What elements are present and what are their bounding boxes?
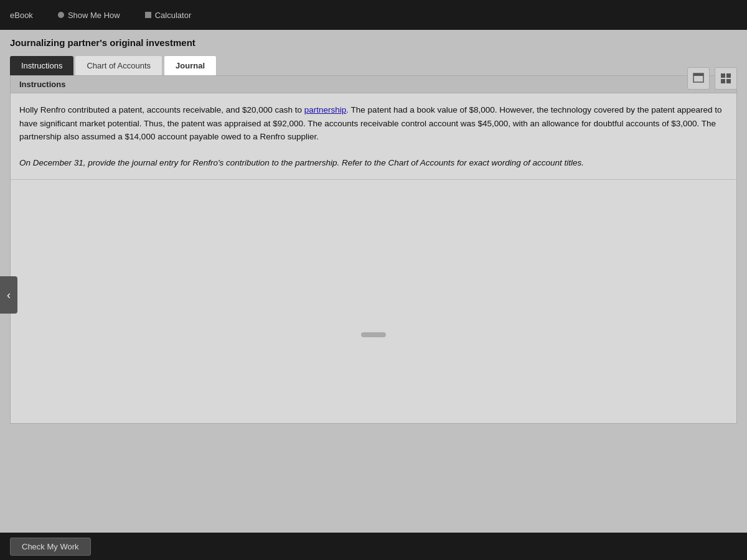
instructions-body: Holly Renfro contributed a patent, accou… (11, 93, 736, 179)
svg-rect-5 (726, 79, 731, 83)
tab-chart-of-accounts[interactable]: Chart of Accounts (75, 55, 162, 75)
show-me-how-label: Show Me How (68, 11, 120, 20)
instructions-paragraph-1: Holly Renfro contributed a patent, accou… (19, 103, 728, 144)
content-panel: Instructions Holly Renfro contributed a … (10, 75, 737, 424)
svg-rect-3 (726, 73, 731, 78)
tab-instructions[interactable]: Instructions (10, 56, 73, 75)
ebook-nav-item[interactable]: eBook (10, 11, 33, 20)
partnership-link[interactable]: partnership (304, 105, 347, 114)
svg-rect-4 (721, 79, 725, 83)
check-my-work-button[interactable]: Check My Work (10, 538, 91, 556)
svg-rect-1 (693, 73, 703, 76)
scroll-indicator (361, 332, 386, 337)
page-title: Journalizing partner's original investme… (10, 37, 737, 48)
calculator-label: Calculator (155, 11, 192, 20)
top-navigation: eBook Show Me How Calculator (0, 0, 747, 30)
bottom-bar: Check My Work (0, 533, 747, 560)
top-icons-group (687, 67, 737, 90)
instructions-header: Instructions (11, 76, 736, 93)
show-me-how-dot-icon (58, 12, 64, 18)
grid-icon-button[interactable] (715, 67, 737, 90)
calculator-square-icon (145, 12, 151, 18)
grid-icon (720, 72, 732, 85)
left-arrow-icon: ‹ (7, 289, 11, 302)
ebook-label: eBook (10, 11, 33, 20)
tab-bar: Instructions Chart of Accounts Journal (10, 55, 737, 75)
window-icon (692, 72, 705, 85)
calculator-nav-item[interactable]: Calculator (145, 11, 192, 20)
left-arrow-button[interactable]: ‹ (0, 276, 17, 314)
main-wrapper: Journalizing partner's original investme… (0, 30, 747, 560)
instructions-paragraph-2: On December 31, provide the journal entr… (19, 156, 728, 170)
show-me-how-nav-item[interactable]: Show Me How (58, 11, 120, 20)
window-icon-button[interactable] (687, 67, 710, 90)
svg-rect-2 (721, 73, 725, 78)
journal-entry-area[interactable] (11, 179, 736, 341)
tab-journal[interactable]: Journal (164, 55, 217, 75)
